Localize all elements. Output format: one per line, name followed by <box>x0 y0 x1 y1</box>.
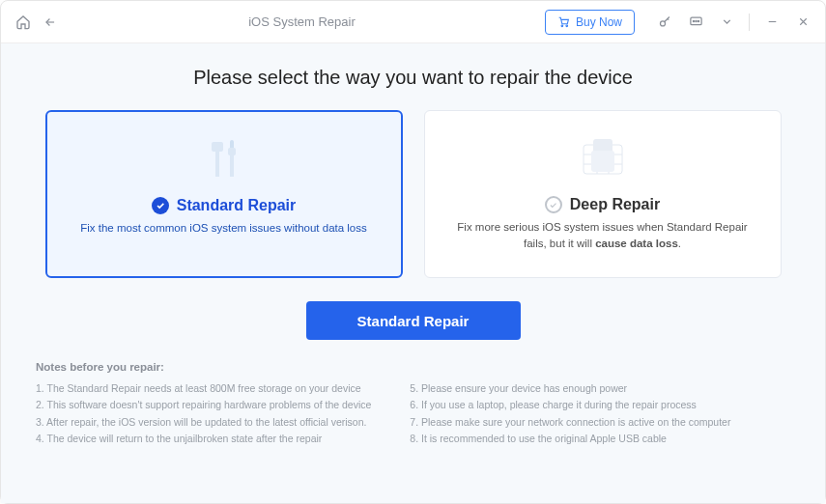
titlebar: iOS System Repair Buy Now <box>1 1 825 43</box>
minimize-icon[interactable] <box>763 14 781 31</box>
repair-mode-cards: Standard Repair Fix the most common iOS … <box>36 110 790 278</box>
window-title: iOS System Repair <box>69 14 535 29</box>
feedback-icon[interactable] <box>687 14 704 31</box>
note-item: 2. This software doesn't support repairi… <box>36 397 371 412</box>
home-icon[interactable] <box>14 14 32 31</box>
svg-rect-11 <box>230 154 234 177</box>
deep-repair-card[interactable]: Deep Repair Fix more serious iOS system … <box>424 110 782 278</box>
note-item: 6. If you use a laptop, please charge it… <box>410 397 730 412</box>
svg-rect-8 <box>215 150 219 177</box>
note-item: 7. Please make sure your network connect… <box>410 414 730 430</box>
titlebar-right <box>656 14 812 31</box>
tools-icon <box>201 129 247 189</box>
svg-point-1 <box>566 25 568 27</box>
note-item: 8. It is recommended to use the original… <box>410 431 730 446</box>
notes-right: 5. Please ensure your device has enough … <box>410 380 730 447</box>
svg-point-6 <box>698 20 698 21</box>
app-window: iOS System Repair Buy Now Please s <box>0 0 826 504</box>
svg-point-5 <box>695 20 696 21</box>
note-item: 1. The Standard Repair needs at least 80… <box>36 380 371 396</box>
note-item: 3. After repair, the iOS version will be… <box>36 414 371 430</box>
content-area: Please select the way you want to repair… <box>1 43 825 503</box>
unchecked-icon <box>545 196 562 213</box>
notes-left: 1. The Standard Repair needs at least 80… <box>36 380 371 447</box>
note-item: 4. The device will return to the unjailb… <box>36 431 371 446</box>
chevron-down-icon[interactable] <box>718 14 735 31</box>
close-icon[interactable] <box>794 14 812 31</box>
separator <box>749 14 750 31</box>
svg-point-2 <box>660 21 665 26</box>
check-icon <box>152 197 169 214</box>
cart-icon <box>557 15 570 28</box>
standard-repair-title: Standard Repair <box>177 197 297 214</box>
back-icon[interactable] <box>42 14 59 31</box>
note-item: 5. Please ensure your device has enough … <box>410 380 730 396</box>
svg-rect-17 <box>593 139 612 153</box>
standard-repair-subtitle: Fix the most common iOS system issues wi… <box>80 220 367 237</box>
device-icon <box>574 128 632 188</box>
svg-point-0 <box>561 25 563 27</box>
page-heading: Please select the way you want to repair… <box>36 67 790 89</box>
notes-heading: Notes before you repair: <box>36 361 790 373</box>
key-icon[interactable] <box>656 14 673 31</box>
svg-rect-18 <box>591 151 614 172</box>
standard-repair-button[interactable]: Standard Repair <box>306 301 521 340</box>
buy-now-button[interactable]: Buy Now <box>545 10 635 35</box>
deep-repair-subtitle: Fix more serious iOS system issues when … <box>454 219 752 253</box>
deep-title-row: Deep Repair <box>545 196 660 213</box>
standard-title-row: Standard Repair <box>152 197 297 214</box>
buy-now-label: Buy Now <box>576 15 622 29</box>
notes-columns: 1. The Standard Repair needs at least 80… <box>36 380 790 447</box>
svg-point-4 <box>693 20 694 21</box>
standard-repair-card[interactable]: Standard Repair Fix the most common iOS … <box>45 110 403 278</box>
deep-repair-title: Deep Repair <box>570 196 660 213</box>
